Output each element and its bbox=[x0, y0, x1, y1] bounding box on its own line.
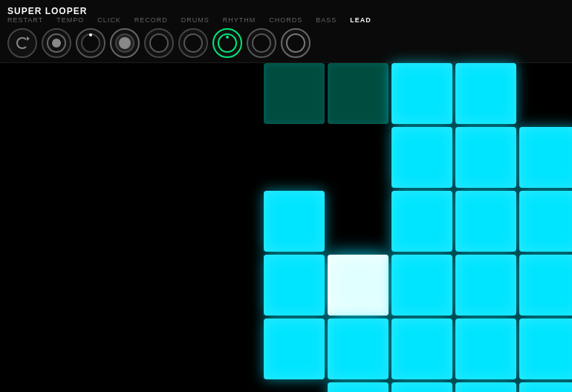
bass-knob-container bbox=[247, 28, 276, 58]
pad-cell-r2-c1[interactable] bbox=[328, 191, 389, 252]
pad-cell-r2-c3[interactable] bbox=[455, 191, 516, 252]
lead-knob[interactable] bbox=[281, 28, 311, 58]
nav-tab-rhythm[interactable]: RHYTHM bbox=[223, 16, 256, 24]
pad-cell-r2-c2[interactable] bbox=[391, 191, 452, 252]
pad-cell-r1-c0[interactable] bbox=[264, 127, 325, 188]
pad-cell-r3-c4[interactable] bbox=[519, 255, 572, 316]
pad-cell-r4-c0[interactable] bbox=[264, 318, 325, 379]
click-inner bbox=[81, 33, 100, 53]
record-inner bbox=[115, 33, 134, 53]
pad-cell-r5-c4[interactable] bbox=[519, 382, 572, 392]
pad-cell-r4-c1[interactable] bbox=[328, 318, 389, 379]
pad-cell-r5-c1[interactable] bbox=[328, 382, 389, 392]
pad-cell-r4-c2[interactable] bbox=[391, 318, 452, 379]
restart-knob[interactable] bbox=[7, 28, 37, 58]
chords-dot bbox=[226, 36, 229, 39]
drums-knob-container bbox=[144, 28, 174, 58]
pad-cell-r0-c3[interactable] bbox=[455, 63, 516, 124]
header: SUPER LOOPER RESTARTTEMPOCLICKRECORDDRUM… bbox=[0, 0, 572, 63]
lead-knob-container bbox=[281, 28, 311, 58]
pad-cell-r0-c4[interactable] bbox=[519, 63, 572, 124]
pad-cell-r5-c3[interactable] bbox=[455, 382, 516, 392]
restart-knob-container bbox=[7, 28, 37, 58]
pad-grid bbox=[0, 63, 572, 392]
pad-cell-r0-c2[interactable] bbox=[391, 63, 452, 124]
chords-inner bbox=[218, 33, 237, 53]
pad-cell-r0-c0[interactable] bbox=[264, 63, 325, 124]
tempo-inner bbox=[52, 39, 61, 48]
nav-tabs: RESTARTTEMPOCLICKRECORDDRUMSRHYTHMCHORDS… bbox=[7, 16, 371, 24]
pad-cell-r5-c2[interactable] bbox=[391, 382, 452, 392]
restart-icon bbox=[16, 37, 28, 49]
tempo-icon bbox=[47, 33, 66, 53]
nav-tab-bass[interactable]: BASS bbox=[316, 16, 337, 24]
click-dot bbox=[89, 33, 92, 36]
tempo-knob[interactable] bbox=[42, 28, 71, 58]
bass-knob[interactable] bbox=[247, 28, 276, 58]
nav-tab-click[interactable]: CLICK bbox=[97, 16, 121, 24]
pad-cell-r4-c4[interactable] bbox=[519, 318, 572, 379]
record-knob-container bbox=[110, 28, 140, 58]
bass-inner bbox=[252, 33, 271, 53]
pad-cell-r5-c0[interactable] bbox=[264, 382, 325, 392]
click-knob[interactable] bbox=[76, 28, 105, 58]
pad-cell-r3-c2[interactable] bbox=[391, 255, 452, 316]
pad-cell-r1-c3[interactable] bbox=[455, 127, 516, 188]
pad-cell-r4-c3[interactable] bbox=[455, 318, 516, 379]
chords-knob[interactable] bbox=[212, 28, 242, 58]
pad-cell-r3-c1[interactable] bbox=[328, 255, 389, 316]
nav-tab-lead[interactable]: LEAD bbox=[350, 16, 371, 24]
pad-cell-r1-c2[interactable] bbox=[391, 127, 452, 188]
record-icon bbox=[119, 37, 131, 49]
pad-cell-r2-c4[interactable] bbox=[519, 191, 572, 252]
pad-cell-r1-c1[interactable] bbox=[328, 127, 389, 188]
click-knob-container bbox=[76, 28, 105, 58]
chords-knob-container bbox=[212, 28, 242, 58]
app: SUPER LOOPER RESTARTTEMPOCLICKRECORDDRUM… bbox=[0, 0, 572, 392]
nav-tab-record[interactable]: RECORD bbox=[134, 16, 168, 24]
nav-tab-restart[interactable]: RESTART bbox=[7, 16, 43, 24]
pad-cell-r1-c4[interactable] bbox=[519, 127, 572, 188]
pad-cell-r0-c1[interactable] bbox=[328, 63, 389, 124]
pad-cell-r2-c0[interactable] bbox=[264, 191, 325, 252]
tempo-knob-container bbox=[42, 28, 71, 58]
rhythm-inner bbox=[183, 33, 203, 53]
rhythm-knob-container bbox=[178, 28, 208, 58]
drums-inner bbox=[149, 33, 169, 53]
pad-cell-r3-c3[interactable] bbox=[455, 255, 516, 316]
record-knob[interactable] bbox=[110, 28, 140, 58]
nav-tab-chords[interactable]: CHORDS bbox=[269, 16, 302, 24]
pad-cell-r3-c0[interactable] bbox=[264, 255, 325, 316]
drums-knob[interactable] bbox=[144, 28, 174, 58]
nav-tab-drums[interactable]: DRUMS bbox=[181, 16, 209, 24]
rhythm-knob[interactable] bbox=[178, 28, 208, 58]
app-title: SUPER LOOPER bbox=[7, 6, 87, 16]
nav-tab-tempo[interactable]: TEMPO bbox=[56, 16, 84, 24]
lead-inner bbox=[286, 33, 305, 53]
controls-row bbox=[7, 28, 311, 58]
